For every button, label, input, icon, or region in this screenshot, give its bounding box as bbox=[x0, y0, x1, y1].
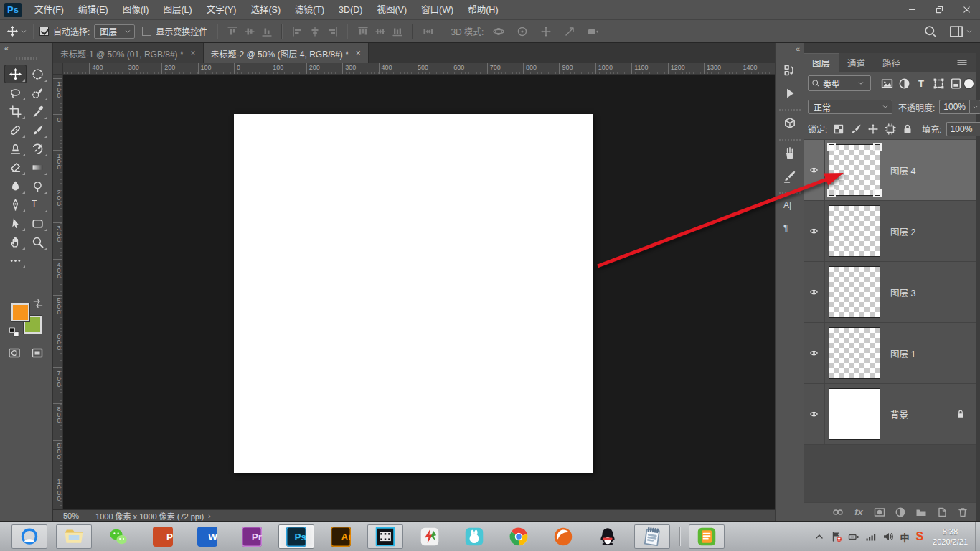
distribute-gap-icon[interactable] bbox=[420, 24, 437, 39]
taskbar-divider[interactable] bbox=[674, 522, 684, 551]
delete-layer-icon[interactable] bbox=[957, 507, 969, 518]
3d-camera-icon[interactable] bbox=[584, 24, 603, 39]
layer-visibility-toggle[interactable] bbox=[804, 262, 825, 322]
illustrator[interactable]: Ai bbox=[319, 522, 363, 551]
taskbar-clock[interactable]: 8:38 2020/2/21 bbox=[927, 527, 975, 547]
menu-item[interactable]: 窗口(W) bbox=[414, 0, 461, 20]
align-right-icon[interactable] bbox=[324, 24, 341, 39]
edit-toolbar-button[interactable] bbox=[4, 251, 27, 270]
filter-adjustment-icon[interactable] bbox=[898, 77, 910, 90]
brushes-panel-button[interactable] bbox=[781, 145, 798, 162]
blend-mode-dropdown[interactable]: 正常 bbox=[808, 100, 892, 114]
filter-type-dropdown[interactable]: 类型 bbox=[808, 75, 871, 91]
layer-name[interactable]: 图层 4 bbox=[890, 164, 915, 177]
pasteboard[interactable] bbox=[63, 75, 775, 509]
auto-select-checkbox[interactable] bbox=[39, 27, 49, 36]
eyedropper-tool[interactable] bbox=[27, 102, 49, 121]
collapse-toolbar-icon[interactable]: « bbox=[4, 44, 8, 52]
layer-thumbnail[interactable] bbox=[829, 327, 880, 379]
document-tab[interactable]: 未标题-2 @ 50% (图层 4, RGB/8#) * × bbox=[204, 43, 369, 63]
filter-on-toggle[interactable] bbox=[964, 79, 974, 88]
expand-panels-icon[interactable]: « bbox=[796, 44, 799, 53]
workspace-switcher-icon[interactable] bbox=[949, 24, 963, 39]
lock-transparent-icon[interactable] bbox=[833, 123, 844, 135]
align-bottom-icon[interactable] bbox=[258, 24, 275, 39]
swap-colors-icon[interactable] bbox=[33, 298, 43, 309]
paragraph-panel-button[interactable]: ¶ bbox=[781, 221, 798, 238]
crop-tool[interactable] bbox=[4, 102, 27, 121]
notes-app[interactable] bbox=[684, 522, 729, 551]
foreground-color-swatch[interactable] bbox=[11, 303, 29, 321]
layer-name[interactable]: 图层 1 bbox=[890, 347, 915, 360]
orange-browser[interactable] bbox=[541, 522, 585, 551]
move-tool[interactable] bbox=[4, 65, 27, 83]
close-tab-icon[interactable]: × bbox=[356, 48, 361, 58]
layer-thumbnail[interactable] bbox=[829, 144, 880, 196]
character-panel-button[interactable]: A| bbox=[781, 198, 798, 215]
lock-pixels-icon[interactable] bbox=[850, 123, 862, 135]
qq-browser[interactable] bbox=[7, 522, 52, 551]
word[interactable]: W bbox=[185, 522, 230, 551]
history-brush-tool[interactable] bbox=[27, 139, 49, 158]
filter-smart-object-icon[interactable] bbox=[950, 77, 962, 90]
minimize-button[interactable] bbox=[898, 0, 925, 19]
ime-indicator[interactable]: 中 bbox=[897, 530, 912, 544]
restore-button[interactable] bbox=[925, 0, 953, 19]
layer-thumbnail[interactable] bbox=[829, 388, 880, 440]
dodge-tool[interactable] bbox=[27, 176, 49, 195]
wechat[interactable] bbox=[96, 522, 141, 551]
brush-tool[interactable] bbox=[27, 121, 49, 139]
shape-tool[interactable] bbox=[27, 214, 49, 232]
toolbar-grip[interactable] bbox=[16, 57, 37, 60]
hand-tool[interactable] bbox=[4, 232, 27, 251]
quick-selection-tool[interactable] bbox=[27, 83, 49, 102]
filter-image-icon[interactable] bbox=[881, 77, 893, 90]
brush-settings-panel-button[interactable] bbox=[781, 168, 798, 185]
current-tool-badge[interactable] bbox=[7, 26, 27, 37]
背景[interactable]: 背景 bbox=[804, 384, 976, 445]
menu-item[interactable]: 3D(D) bbox=[331, 0, 369, 20]
3d-orbit-icon[interactable] bbox=[489, 24, 508, 39]
layer-thumbnail[interactable] bbox=[829, 266, 880, 318]
close-button[interactable] bbox=[953, 0, 980, 19]
tray-volume-icon[interactable] bbox=[880, 529, 897, 545]
menu-item[interactable]: 滤镜(T) bbox=[288, 0, 331, 20]
layer-name[interactable]: 图层 2 bbox=[890, 225, 915, 238]
图层 1[interactable]: 图层 1 bbox=[804, 323, 976, 384]
clone-stamp-tool[interactable] bbox=[4, 139, 27, 158]
lock-artboard-icon[interactable] bbox=[885, 123, 896, 135]
menu-item[interactable]: 编辑(E) bbox=[71, 0, 116, 20]
menu-item[interactable]: 视图(V) bbox=[369, 0, 414, 20]
new-layer-icon[interactable] bbox=[936, 507, 948, 518]
menu-item[interactable]: 文件(F) bbox=[27, 0, 71, 20]
layer-visibility-toggle[interactable] bbox=[804, 323, 825, 383]
eraser-tool[interactable] bbox=[4, 158, 27, 176]
pen-tool[interactable] bbox=[4, 195, 27, 214]
layer-visibility-toggle[interactable] bbox=[804, 201, 825, 261]
video-editor[interactable] bbox=[363, 522, 407, 551]
align-top-icon[interactable] bbox=[224, 24, 241, 39]
close-tab-icon[interactable]: × bbox=[191, 48, 196, 58]
auto-select-target-dropdown[interactable]: 图层 bbox=[94, 24, 135, 39]
3d-pan-icon[interactable] bbox=[537, 24, 555, 39]
blur-tool[interactable] bbox=[4, 176, 27, 195]
zoom-tool[interactable] bbox=[27, 232, 49, 251]
quick-mask-button[interactable] bbox=[7, 347, 22, 359]
图层 4[interactable]: 图层 4 bbox=[804, 140, 976, 201]
menu-item[interactable]: 图层(L) bbox=[156, 0, 199, 20]
lasso-tool[interactable] bbox=[4, 83, 27, 102]
filter-shape-icon[interactable] bbox=[933, 77, 945, 90]
powerpoint[interactable]: P bbox=[141, 522, 185, 551]
screen-capture[interactable] bbox=[407, 522, 452, 551]
图层 2[interactable]: 图层 2 bbox=[804, 201, 976, 262]
show-desktop-button[interactable] bbox=[975, 522, 980, 551]
status-options-chevron[interactable]: › bbox=[208, 512, 211, 520]
actions-panel-button[interactable] bbox=[781, 85, 798, 102]
menu-item[interactable]: 选择(S) bbox=[243, 0, 288, 20]
file-explorer[interactable] bbox=[52, 522, 96, 551]
lock-position-icon[interactable] bbox=[867, 123, 879, 135]
panel-tab[interactable]: 路径 bbox=[874, 53, 909, 72]
layer-mask-icon[interactable] bbox=[874, 507, 885, 518]
menu-item[interactable]: 文字(Y) bbox=[199, 0, 244, 20]
screen-mode-button[interactable] bbox=[30, 347, 44, 359]
